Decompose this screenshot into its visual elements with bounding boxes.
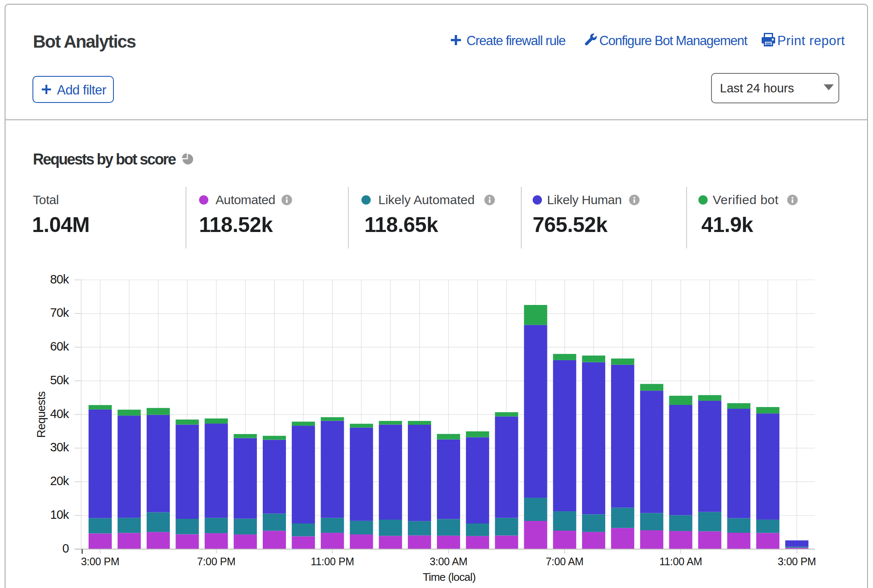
svg-text:11:00 PM: 11:00 PM (311, 556, 354, 567)
svg-text:30k: 30k (50, 440, 70, 454)
svg-text:3:00 PM: 3:00 PM (81, 556, 119, 567)
svg-text:0: 0 (62, 542, 69, 555)
svg-text:50k: 50k (50, 373, 70, 387)
svg-text:70k: 70k (50, 306, 70, 319)
svg-text:40k: 40k (50, 407, 70, 421)
svg-text:60k: 60k (50, 340, 70, 353)
svg-text:11:00 AM: 11:00 AM (659, 556, 702, 567)
svg-text:Requests: Requests (35, 391, 48, 438)
svg-text:Time (local): Time (local) (423, 571, 475, 583)
svg-text:3:00 AM: 3:00 AM (430, 556, 468, 567)
svg-text:80k: 80k (50, 272, 70, 286)
svg-text:7:00 PM: 7:00 PM (197, 556, 235, 567)
svg-text:20k: 20k (50, 474, 70, 488)
svg-text:10k: 10k (50, 508, 70, 521)
svg-text:3:00 PM: 3:00 PM (778, 556, 816, 567)
svg-text:7:00 AM: 7:00 AM (546, 556, 584, 567)
